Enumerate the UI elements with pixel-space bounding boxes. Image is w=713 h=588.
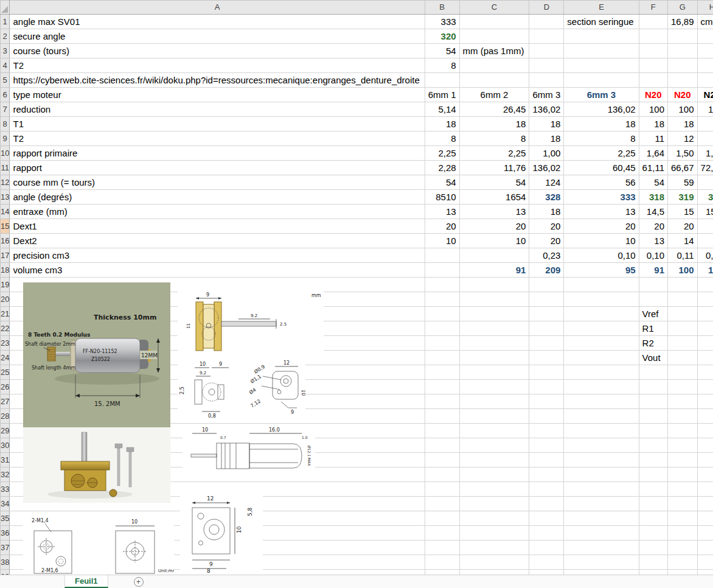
cell-G8[interactable]: 18: [668, 117, 698, 131]
cell-F29[interactable]: [639, 424, 667, 438]
cell-B4[interactable]: 8: [425, 58, 459, 73]
cell-D25[interactable]: [529, 365, 564, 380]
cell-B13[interactable]: 8510: [425, 190, 459, 205]
cell-G9[interactable]: 12: [668, 131, 698, 146]
cell-D5[interactable]: [529, 73, 564, 88]
cell-H16[interactable]: 15: [697, 234, 713, 248]
cell-D4[interactable]: [529, 58, 564, 73]
cell-G32[interactable]: [668, 467, 698, 482]
cell-H39[interactable]: [697, 570, 713, 575]
cell-A7[interactable]: reduction: [10, 102, 425, 117]
row-header-34[interactable]: 34: [1, 497, 10, 511]
cell-F9[interactable]: 11: [639, 131, 667, 146]
cell-F1[interactable]: [639, 15, 667, 29]
cell-B20[interactable]: [425, 292, 459, 307]
row-header-24[interactable]: 24: [1, 351, 10, 365]
cell-G5[interactable]: [668, 73, 698, 88]
row-header-28[interactable]: 28: [1, 409, 10, 424]
cell-G1[interactable]: 16,89: [668, 15, 698, 29]
cell-E32[interactable]: [564, 467, 639, 482]
cell-B35[interactable]: [425, 511, 459, 526]
cell-G30[interactable]: [668, 438, 698, 453]
cell-B3[interactable]: 54: [425, 44, 459, 58]
cell-F23[interactable]: R2: [639, 336, 667, 351]
cell-H1[interactable]: cm²: [697, 15, 713, 29]
cell-F16[interactable]: 13: [639, 234, 667, 248]
cell-B14[interactable]: 13: [425, 205, 459, 219]
cell-B31[interactable]: [425, 453, 459, 467]
cell-B9[interactable]: 8: [425, 131, 459, 146]
cell-H7[interactable]: 100: [697, 102, 713, 117]
cell-E17[interactable]: 0,10: [564, 248, 639, 263]
cell-C37[interactable]: [459, 541, 529, 555]
cell-E1[interactable]: section seringue: [564, 15, 639, 29]
cell-F8[interactable]: 18: [639, 117, 667, 131]
row-header-15[interactable]: 15: [1, 219, 10, 234]
cell-A6[interactable]: type moteur: [10, 88, 425, 102]
cell-C12[interactable]: 54: [459, 175, 529, 190]
row-header-25[interactable]: 25: [1, 365, 10, 380]
cell-F28[interactable]: [639, 409, 667, 424]
cell-F15[interactable]: 20: [639, 219, 667, 234]
cell-H28[interactable]: [697, 409, 713, 424]
cell-C11[interactable]: 11,76: [459, 161, 529, 175]
cell-D30[interactable]: [529, 438, 564, 453]
cell-F7[interactable]: 100: [639, 102, 667, 117]
cell-B16[interactable]: 10: [425, 234, 459, 248]
cell-F6[interactable]: N20: [639, 88, 667, 102]
cell-G12[interactable]: 59: [668, 175, 698, 190]
cell-A11[interactable]: rapport: [10, 161, 425, 175]
cell-D24[interactable]: [529, 351, 564, 365]
cell-B38[interactable]: [425, 555, 459, 570]
cell-C36[interactable]: [459, 526, 529, 541]
row-header-4[interactable]: 4: [1, 58, 10, 73]
row-header-3[interactable]: 3: [1, 44, 10, 58]
cell-E31[interactable]: [564, 453, 639, 467]
cell-C1[interactable]: [459, 15, 529, 29]
column-header-A[interactable]: A: [10, 1, 425, 15]
new-sheet-button[interactable]: +: [134, 577, 144, 587]
cell-F25[interactable]: [639, 365, 667, 380]
cell-D13[interactable]: 328: [529, 190, 564, 205]
cell-G35[interactable]: [668, 511, 698, 526]
cell-C26[interactable]: [459, 380, 529, 394]
cell-B10[interactable]: 2,25: [425, 146, 459, 161]
cell-C6[interactable]: 6mm 2: [459, 88, 529, 102]
cell-B26[interactable]: [425, 380, 459, 394]
cell-D31[interactable]: [529, 453, 564, 467]
cell-G17[interactable]: 0,11: [668, 248, 698, 263]
cell-H11[interactable]: 72,22: [697, 161, 713, 175]
cell-H27[interactable]: [697, 394, 713, 409]
cell-F31[interactable]: [639, 453, 667, 467]
cell-G7[interactable]: 100: [668, 102, 698, 117]
row-header-17[interactable]: 17: [1, 248, 10, 263]
cell-C35[interactable]: [459, 511, 529, 526]
cell-D15[interactable]: 20: [529, 219, 564, 234]
cell-D29[interactable]: [529, 424, 564, 438]
cell-B1[interactable]: 333: [425, 15, 459, 29]
cell-G22[interactable]: [668, 321, 698, 336]
cell-A4[interactable]: T2: [10, 58, 425, 73]
cell-C19[interactable]: [459, 278, 529, 292]
cell-A16[interactable]: Dext2: [10, 234, 425, 248]
cell-D11[interactable]: 136,02: [529, 161, 564, 175]
cell-H13[interactable]: 319: [697, 190, 713, 205]
cell-E27[interactable]: [564, 394, 639, 409]
cell-C28[interactable]: [459, 409, 529, 424]
cell-D9[interactable]: 18: [529, 131, 564, 146]
cell-D23[interactable]: [529, 336, 564, 351]
cell-F13[interactable]: 318: [639, 190, 667, 205]
cell-C9[interactable]: 8: [459, 131, 529, 146]
cell-B18[interactable]: [425, 263, 459, 278]
cell-C13[interactable]: 1654: [459, 190, 529, 205]
cell-G28[interactable]: [668, 409, 698, 424]
cell-F20[interactable]: [639, 292, 667, 307]
cell-F39[interactable]: [639, 570, 667, 575]
cell-D8[interactable]: 18: [529, 117, 564, 131]
cell-A18[interactable]: volume cm3: [10, 263, 425, 278]
cell-G19[interactable]: [668, 278, 698, 292]
cell-E39[interactable]: [564, 570, 639, 575]
cell-C23[interactable]: [459, 336, 529, 351]
cell-C16[interactable]: 10: [459, 234, 529, 248]
cell-F4[interactable]: [639, 58, 667, 73]
